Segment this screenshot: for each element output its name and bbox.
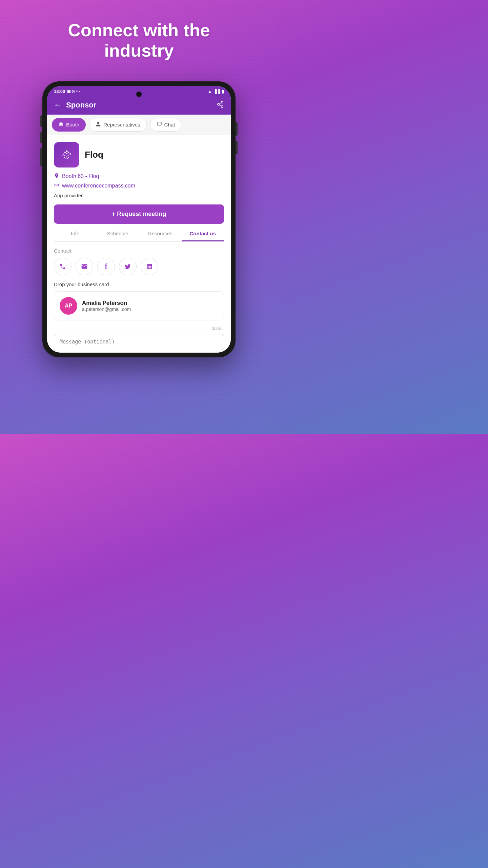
svg-point-1: [218, 103, 220, 105]
svg-point-14: [66, 156, 67, 157]
wifi-icon: ▲: [208, 89, 212, 94]
contact-email: a.peterson@gmail.com: [82, 307, 131, 312]
facebook-contact-button[interactable]: f: [97, 258, 115, 275]
status-right: ▲ ▐▐ ▮: [208, 89, 224, 94]
content-area: Floq Booth 63 - Floq www.conferencecompa…: [47, 135, 231, 353]
char-count: 0/255: [54, 326, 224, 331]
contact-name: Amalia Peterson: [82, 300, 131, 307]
inner-tab-contact[interactable]: Contact us: [182, 225, 224, 241]
svg-line-3: [219, 105, 221, 106]
volume-down-button: [40, 132, 42, 143]
inner-tab-resources[interactable]: Resources: [139, 225, 182, 241]
company-header: Floq: [54, 142, 224, 167]
phone-contact-button[interactable]: [54, 258, 72, 275]
inner-tab-info[interactable]: Info: [54, 225, 97, 241]
drop-business-card-label: Drop your business card: [54, 281, 224, 287]
company-description: App provider: [54, 193, 224, 198]
svg-point-16: [68, 157, 69, 158]
contact-section-label: Contact: [54, 248, 224, 254]
svg-point-0: [221, 101, 223, 103]
website-link[interactable]: www.conferencecompass.com: [54, 182, 224, 189]
status-time: 13:00: [54, 89, 65, 94]
svg-point-8: [67, 152, 69, 153]
svg-point-13: [67, 155, 68, 156]
svg-point-19: [62, 155, 63, 156]
phone-shell: 13:00 ▣ ◎ ≈ • ▲ ▐▐ ▮ ← Sponsor: [42, 81, 236, 357]
request-meeting-button[interactable]: + Request meeting: [54, 204, 224, 224]
svg-point-17: [65, 158, 66, 159]
battery-icon: ▮: [222, 89, 224, 94]
svg-point-18: [67, 158, 68, 159]
silent-switch: [40, 148, 42, 166]
website-text: www.conferencecompass.com: [62, 183, 135, 189]
location-icon: [54, 173, 59, 180]
share-button[interactable]: [217, 101, 224, 110]
signal-icon: ▐▐: [214, 89, 220, 94]
facebook-icon: f: [105, 262, 107, 270]
side-button-mid: [236, 141, 238, 154]
message-input[interactable]: [54, 334, 224, 351]
booth-link[interactable]: Booth 63 - Floq: [54, 173, 224, 180]
inner-tab-row: Info Schedule Resources Contact us: [54, 225, 224, 242]
status-icons: ▣ ◎ ≈ •: [67, 89, 80, 94]
svg-point-10: [66, 153, 67, 154]
business-card[interactable]: AP Amalia Peterson a.peterson@gmail.com: [54, 291, 224, 320]
main-tab-row: Booth Representatives Chat: [47, 115, 231, 135]
svg-point-12: [64, 155, 65, 156]
linkedin-contact-button[interactable]: [141, 258, 158, 275]
company-name-text: Floq: [85, 150, 103, 160]
booth-icon: [58, 121, 64, 128]
tab-booth-label: Booth: [66, 122, 79, 127]
twitter-contact-button[interactable]: [119, 258, 137, 275]
chat-icon: [157, 121, 162, 128]
representatives-icon: [96, 121, 101, 128]
tab-chat[interactable]: Chat: [150, 118, 182, 132]
power-button: [236, 122, 238, 136]
svg-point-15: [64, 157, 65, 158]
tab-representatives[interactable]: Representatives: [89, 118, 146, 132]
phone-screen: 13:00 ▣ ◎ ≈ • ▲ ▐▐ ▮ ← Sponsor: [47, 86, 231, 353]
contact-icons-row: f: [54, 258, 224, 275]
svg-point-20: [70, 154, 71, 155]
tab-chat-label: Chat: [164, 122, 175, 127]
hero-title: Connect with the industry: [44, 20, 234, 61]
contact-info: Amalia Peterson a.peterson@gmail.com: [82, 300, 131, 312]
svg-point-6: [66, 151, 67, 152]
app-bar-title: Sponsor: [66, 101, 217, 110]
company-logo: [54, 142, 79, 167]
booth-link-text: Booth 63 - Floq: [62, 173, 99, 179]
tab-representatives-label: Representatives: [103, 122, 140, 127]
svg-point-11: [69, 153, 70, 154]
email-contact-button[interactable]: [76, 258, 93, 275]
svg-point-9: [63, 154, 64, 155]
inner-tab-schedule[interactable]: Schedule: [97, 225, 139, 241]
svg-point-2: [221, 105, 223, 107]
status-left: 13:00 ▣ ◎ ≈ •: [54, 89, 80, 94]
camera-notch: [136, 92, 142, 97]
app-bar: ← Sponsor: [47, 96, 231, 115]
volume-up-button: [40, 115, 42, 127]
contact-avatar: AP: [60, 297, 77, 315]
link-icon: [54, 182, 59, 189]
tab-booth[interactable]: Booth: [52, 118, 86, 132]
back-button[interactable]: ←: [54, 101, 61, 110]
svg-line-4: [219, 103, 221, 104]
svg-point-7: [64, 152, 65, 153]
